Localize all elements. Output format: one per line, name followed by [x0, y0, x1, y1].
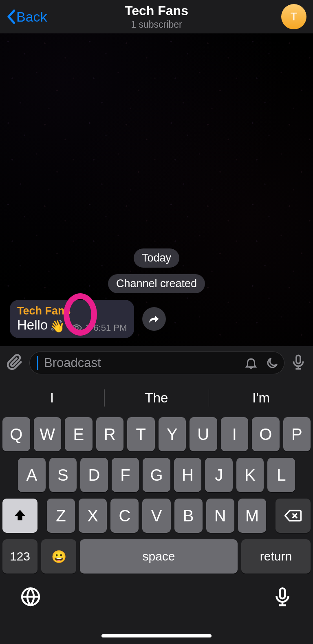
key-z[interactable]: Z: [47, 499, 75, 533]
message-row: Tech Fans Hello 👋 1 6:51 PM: [0, 300, 313, 338]
key-e[interactable]: E: [65, 417, 93, 451]
key-row-1: Q W E R T Y U I O P: [2, 417, 311, 451]
key-n[interactable]: N: [206, 499, 234, 533]
voice-message-button[interactable]: [290, 354, 306, 372]
message-sender: Tech Fans: [17, 305, 127, 317]
key-p[interactable]: P: [283, 417, 311, 451]
back-label: Back: [16, 9, 47, 25]
svg-point-0: [75, 326, 78, 330]
chat-area: Today Channel created Tech Fans Hello 👋 …: [0, 33, 313, 346]
key-a[interactable]: A: [18, 458, 46, 492]
key-l[interactable]: L: [267, 458, 295, 492]
key-j[interactable]: J: [205, 458, 233, 492]
channel-subtitle: 1 subscriber: [125, 19, 188, 30]
keyboard: I The I'm Q W E R T Y U I O P A S D F G …: [0, 380, 313, 644]
suggestion-2[interactable]: The: [105, 390, 209, 406]
message-text: Hello: [17, 317, 48, 332]
key-q[interactable]: Q: [2, 417, 30, 451]
key-u[interactable]: U: [190, 417, 217, 451]
keyboard-bottom-row: [0, 580, 313, 629]
key-b[interactable]: B: [174, 499, 203, 533]
key-x[interactable]: X: [79, 499, 107, 533]
key-k[interactable]: K: [236, 458, 264, 492]
key-t[interactable]: T: [127, 417, 155, 451]
key-o[interactable]: O: [252, 417, 280, 451]
channel-avatar[interactable]: T: [281, 4, 306, 29]
key-h[interactable]: H: [174, 458, 202, 492]
suggestion-row: I The I'm: [0, 383, 313, 413]
svg-rect-1: [296, 355, 300, 363]
text-cursor: [37, 356, 38, 370]
views-icon: [71, 324, 82, 332]
attach-button[interactable]: [7, 354, 24, 372]
home-indicator[interactable]: [101, 634, 212, 637]
silent-bell-icon[interactable]: [244, 356, 258, 370]
key-y[interactable]: Y: [159, 417, 186, 451]
message-meta: 1 6:51 PM: [71, 323, 127, 333]
system-message: Channel created: [108, 274, 205, 293]
input-placeholder: Broadcast: [44, 356, 240, 370]
message-input[interactable]: Broadcast: [29, 352, 284, 374]
microphone-icon: [290, 354, 306, 370]
wave-emoji: 👋: [50, 319, 65, 333]
chat-header: Back Tech Fans 1 subscriber T: [0, 0, 313, 33]
dictation-button[interactable]: [272, 587, 293, 609]
key-s[interactable]: S: [49, 458, 77, 492]
key-v[interactable]: V: [142, 499, 170, 533]
globe-button[interactable]: [20, 587, 41, 609]
chevron-left-icon: [7, 9, 15, 24]
share-arrow-icon: [148, 313, 160, 325]
key-return[interactable]: return: [241, 539, 311, 574]
message-views: 1: [85, 323, 90, 333]
back-button[interactable]: Back: [7, 9, 47, 25]
header-title-wrap[interactable]: Tech Fans 1 subscriber: [125, 3, 188, 30]
suggestion-1[interactable]: I: [0, 390, 104, 406]
key-d[interactable]: D: [80, 458, 108, 492]
key-f[interactable]: F: [112, 458, 139, 492]
key-c[interactable]: C: [110, 499, 139, 533]
key-row-4: 123 😀 space return: [2, 539, 311, 574]
shift-icon: [13, 509, 27, 523]
schedule-moon-icon[interactable]: [265, 356, 279, 370]
microphone-icon: [272, 587, 293, 607]
key-shift[interactable]: [2, 499, 37, 533]
key-row-2: A S D F G H J K L: [2, 458, 311, 492]
date-separator[interactable]: Today: [134, 248, 179, 268]
suggestion-3[interactable]: I'm: [209, 390, 313, 406]
key-g[interactable]: G: [143, 458, 170, 492]
message-bubble[interactable]: Tech Fans Hello 👋 1 6:51 PM: [10, 300, 134, 338]
key-i[interactable]: I: [221, 417, 249, 451]
key-backspace[interactable]: [276, 499, 311, 533]
key-emoji[interactable]: 😀: [41, 539, 76, 574]
globe-icon: [20, 587, 41, 607]
paperclip-icon: [7, 354, 24, 371]
key-space[interactable]: space: [80, 539, 238, 574]
key-numbers[interactable]: 123: [2, 539, 37, 574]
key-w[interactable]: W: [34, 417, 62, 451]
message-time: 6:51 PM: [93, 323, 127, 333]
key-row-3: Z X C V B N M: [2, 499, 311, 533]
channel-title: Tech Fans: [125, 3, 188, 18]
key-m[interactable]: M: [238, 499, 266, 533]
avatar-letter: T: [290, 10, 297, 23]
svg-rect-3: [280, 588, 285, 598]
input-bar: Broadcast: [0, 346, 313, 380]
key-r[interactable]: R: [96, 417, 124, 451]
backspace-icon: [284, 509, 302, 522]
share-button[interactable]: [142, 307, 166, 331]
